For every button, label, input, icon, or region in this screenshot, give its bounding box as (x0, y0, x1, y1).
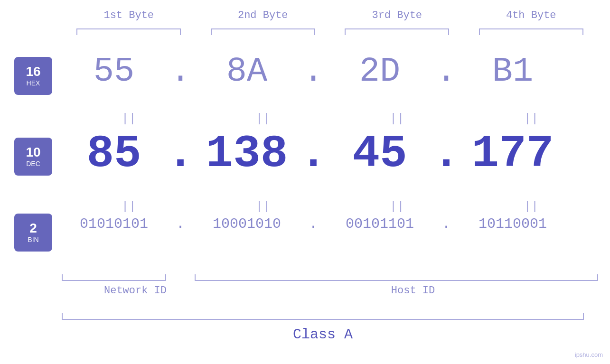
hex-dot-1: . (166, 52, 195, 91)
eq-1-1: || (76, 112, 181, 126)
top-bracket-1 (76, 28, 181, 35)
top-bracket-2 (211, 28, 315, 35)
bin-val-2: 10001010 (213, 216, 281, 232)
hex-dot-3: . (432, 52, 460, 91)
bin-base-number: 2 (29, 222, 37, 235)
dec-val-2: 138 (206, 128, 288, 180)
class-a-label: Class A (62, 327, 584, 343)
hex-badge: 16 HEX (14, 57, 52, 95)
eq-2-1: || (76, 199, 181, 214)
bin-badge: 2 BIN (14, 214, 52, 252)
hex-val-3: 2D (359, 52, 400, 91)
network-id-label: Network ID (62, 285, 209, 297)
bottom-label-row: Network ID Host ID (62, 285, 598, 297)
hex-dot-2: . (299, 52, 328, 91)
dec-val-3: 45 (352, 128, 407, 180)
bin-val-3: 00101101 (346, 216, 414, 232)
bottom-bracket-row (62, 274, 598, 281)
eq-1-4: || (479, 112, 583, 126)
byte-label-4: 4th Byte (479, 9, 583, 21)
dec-byte-3: 45 (328, 128, 432, 180)
dec-dot-3: . (432, 128, 460, 180)
hex-val-2: 8A (226, 52, 267, 91)
bin-val-1: 01010101 (80, 216, 148, 232)
dec-badge: 10 DEC (14, 138, 52, 176)
top-bracket-row (62, 28, 598, 35)
hex-base-name: HEX (27, 79, 40, 87)
dec-val-1: 85 (86, 128, 141, 180)
watermark: ipshu.com (575, 351, 603, 358)
eq-1-2: || (211, 112, 315, 126)
bin-byte-4: 10110001 (460, 216, 565, 232)
hex-byte-4: B1 (460, 52, 565, 91)
bin-dot-1: . (166, 216, 195, 232)
dec-dot-2: . (299, 128, 328, 180)
host-bracket (195, 274, 598, 281)
eq-1-3: || (345, 112, 449, 126)
bin-byte-1: 01010101 (62, 216, 166, 232)
top-bracket-3 (345, 28, 449, 35)
bin-dot-3: . (432, 216, 460, 232)
bin-value-row: 01010101 . 10001010 . 00101101 . 1011000… (62, 216, 598, 232)
hex-base-number: 16 (26, 65, 40, 78)
hex-byte-3: 2D (328, 52, 432, 91)
dec-byte-4: 177 (460, 128, 565, 180)
bin-dot-2: . (299, 216, 328, 232)
eq-row-dec-bin: || || || || (62, 199, 598, 214)
hex-byte-1: 55 (62, 52, 166, 91)
dec-base-name: DEC (26, 160, 40, 168)
eq-row-hex-dec: || || || || (62, 112, 598, 126)
byte-header-row: 1st Byte 2nd Byte 3rd Byte 4th Byte (62, 9, 598, 21)
dec-dot-1: . (166, 128, 195, 180)
byte-label-3: 3rd Byte (345, 9, 449, 21)
bin-byte-2: 10001010 (195, 216, 299, 232)
eq-2-2: || (211, 199, 315, 214)
byte-label-1: 1st Byte (76, 9, 181, 21)
class-a-bracket (62, 313, 584, 320)
hex-val-4: B1 (492, 52, 533, 91)
bin-val-4: 10110001 (479, 216, 547, 232)
top-bracket-4 (479, 28, 583, 35)
network-bracket (62, 274, 166, 281)
eq-2-4: || (479, 199, 583, 214)
bin-byte-3: 00101101 (328, 216, 432, 232)
byte-label-2: 2nd Byte (211, 9, 315, 21)
hex-value-row: 55 . 8A . 2D . B1 (62, 52, 598, 91)
dec-byte-2: 138 (195, 128, 299, 180)
dec-val-4: 177 (472, 128, 554, 180)
dec-byte-1: 85 (62, 128, 166, 180)
dec-value-row: 85 . 138 . 45 . 177 (62, 128, 598, 180)
dec-base-number: 10 (26, 146, 40, 159)
hex-val-1: 55 (94, 52, 134, 91)
host-id-label: Host ID (228, 285, 598, 297)
main-layout: 1st Byte 2nd Byte 3rd Byte 4th Byte 16 H… (0, 0, 610, 364)
bin-base-name: BIN (28, 236, 38, 243)
eq-2-3: || (345, 199, 449, 214)
hex-byte-2: 8A (195, 52, 299, 91)
